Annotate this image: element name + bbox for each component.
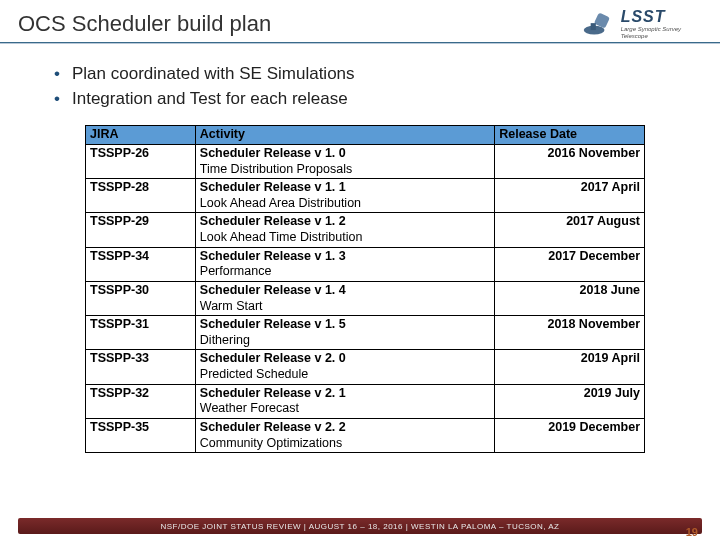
cell-activity: Scheduler Release v 1. 0Time Distributio…: [195, 144, 494, 178]
cell-date: 2018 June: [495, 281, 645, 315]
cell-activity: Scheduler Release v 2. 0Predicted Schedu…: [195, 350, 494, 384]
bullet-item: Integration and Test for each release: [54, 87, 690, 112]
cell-jira: TSSPP-32: [86, 384, 196, 418]
cell-jira: TSSPP-28: [86, 179, 196, 213]
cell-date: 2016 November: [495, 144, 645, 178]
cell-activity: Scheduler Release v 1. 5Dithering: [195, 316, 494, 350]
cell-jira: TSSPP-31: [86, 316, 196, 350]
col-date: Release Date: [495, 126, 645, 145]
cell-date: 2019 December: [495, 418, 645, 452]
footer-text: NSF/DOE JOINT STATUS REVIEW | AUGUST 16 …: [160, 522, 559, 531]
table-row: TSSPP-31Scheduler Release v 1. 5Ditherin…: [86, 316, 645, 350]
cell-jira: TSSPP-34: [86, 247, 196, 281]
cell-date: 2019 July: [495, 384, 645, 418]
cell-activity: Scheduler Release v 1. 3Performance: [195, 247, 494, 281]
table-row: TSSPP-29Scheduler Release v 1. 2Look Ahe…: [86, 213, 645, 247]
table-row: TSSPP-32Scheduler Release v 2. 1Weather …: [86, 384, 645, 418]
slide-footer: NSF/DOE JOINT STATUS REVIEW | AUGUST 16 …: [0, 518, 720, 540]
cell-activity: Scheduler Release v 1. 2Look Ahead Time …: [195, 213, 494, 247]
col-activity: Activity: [195, 126, 494, 145]
cell-activity: Scheduler Release v 1. 4Warm Start: [195, 281, 494, 315]
cell-jira: TSSPP-29: [86, 213, 196, 247]
cell-date: 2017 August: [495, 213, 645, 247]
cell-date: 2019 April: [495, 350, 645, 384]
bullet-item: Plan coordinated with SE Simulations: [54, 62, 690, 87]
cell-date: 2017 December: [495, 247, 645, 281]
footer-bar: NSF/DOE JOINT STATUS REVIEW | AUGUST 16 …: [18, 518, 702, 534]
table-row: TSSPP-26Scheduler Release v 1. 0Time Dis…: [86, 144, 645, 178]
logo-text-big: LSST: [621, 8, 702, 26]
cell-jira: TSSPP-26: [86, 144, 196, 178]
cell-jira: TSSPP-35: [86, 418, 196, 452]
slide-content: Plan coordinated with SE Simulations Int…: [0, 44, 720, 453]
table-row: TSSPP-34Scheduler Release v 1. 3Performa…: [86, 247, 645, 281]
cell-jira: TSSPP-33: [86, 350, 196, 384]
cell-date: 2017 April: [495, 179, 645, 213]
table-row: TSSPP-35Scheduler Release v 2. 2Communit…: [86, 418, 645, 452]
release-table: JIRA Activity Release Date TSSPP-26Sched…: [85, 125, 645, 453]
table-row: TSSPP-30Scheduler Release v 1. 4Warm Sta…: [86, 281, 645, 315]
table-header-row: JIRA Activity Release Date: [86, 126, 645, 145]
col-jira: JIRA: [86, 126, 196, 145]
logo-text-sub: Large Synoptic Survey Telescope: [621, 26, 702, 39]
cell-activity: Scheduler Release v 2. 2Community Optimi…: [195, 418, 494, 452]
table-row: TSSPP-28Scheduler Release v 1. 1Look Ahe…: [86, 179, 645, 213]
cell-activity: Scheduler Release v 1. 1Look Ahead Area …: [195, 179, 494, 213]
table-row: TSSPP-33Scheduler Release v 2. 0Predicte…: [86, 350, 645, 384]
cell-date: 2018 November: [495, 316, 645, 350]
page-title: OCS Scheduler build plan: [18, 11, 271, 37]
slide-header: OCS Scheduler build plan LSST Large Syno…: [0, 0, 720, 42]
lsst-logo: LSST Large Synoptic Survey Telescope: [582, 10, 702, 38]
telescope-icon: [582, 10, 617, 38]
cell-activity: Scheduler Release v 2. 1Weather Forecast: [195, 384, 494, 418]
svg-rect-2: [591, 23, 596, 30]
cell-jira: TSSPP-30: [86, 281, 196, 315]
bullet-list: Plan coordinated with SE Simulations Int…: [54, 62, 690, 111]
page-number: 19: [686, 526, 698, 538]
